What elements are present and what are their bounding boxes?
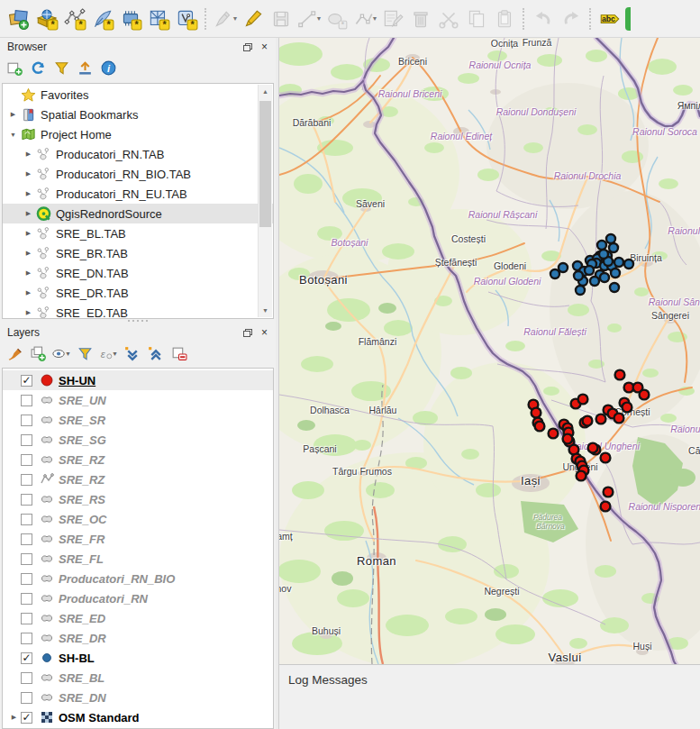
panel-splitter[interactable] (0, 319, 276, 323)
layer-checkbox[interactable] (21, 415, 32, 426)
layer-item-sre-sr[interactable]: SRE_SR (3, 410, 273, 430)
new-mesh-layer-icon[interactable]: * (116, 5, 144, 32)
scrollbar-thumb[interactable] (259, 101, 271, 227)
browser-item-qgisrednordsource[interactable]: ▶QgisRednordSource (3, 204, 273, 223)
tabgeom-icon (35, 225, 51, 241)
layer-item-osm-standard[interactable]: ▶✓OSM Standard (3, 707, 273, 727)
data-source-manager-icon[interactable] (5, 5, 32, 32)
new-shapefile-layer-icon[interactable]: * (60, 5, 88, 32)
layer-item-sh-bl[interactable]: ✓SH-BL (3, 648, 273, 668)
layer-checkbox[interactable]: ✓ (21, 375, 32, 387)
layer-checkbox[interactable] (21, 454, 32, 466)
browser-item-producatori-rn-bio-tab[interactable]: ▶Producatori_RN_BIO.TAB (3, 164, 273, 184)
layer-checkbox[interactable] (21, 672, 32, 684)
chevron-right-icon[interactable]: ▶ (22, 250, 35, 257)
toggle-editing-icon[interactable] (239, 5, 267, 32)
scroll-up-icon[interactable]: ▲ (259, 85, 272, 98)
chevron-right-icon[interactable]: ▶ (22, 309, 35, 316)
log-messages-panel[interactable]: Log Messages (279, 664, 700, 729)
browser-item-sre-bl-tab[interactable]: ▶SRE_BL.TAB (3, 223, 273, 243)
filter-browser-icon[interactable] (51, 59, 71, 78)
layers-float-button[interactable] (241, 326, 254, 339)
layer-item-producatori-rn[interactable]: Producatori_RN (3, 588, 273, 608)
chevron-right-icon[interactable]: ▶ (22, 230, 35, 237)
chevron-down-icon[interactable]: ▼ (6, 132, 20, 138)
browser-item-sre-ed-tab[interactable]: ▶SRE_ED.TAB (3, 303, 273, 319)
browser-item-producatori-rn-tab[interactable]: ▶Producatori_RN.TAB (3, 144, 273, 164)
properties-widget-icon[interactable]: i (98, 59, 118, 78)
layer-item-sre-oc[interactable]: SRE_OC (3, 509, 273, 529)
browser-item-favorites[interactable]: Favorites (3, 85, 273, 105)
browser-item-spatial-bookmarks[interactable]: ▶Spatial Bookmarks (3, 105, 273, 124)
browser-float-button[interactable] (241, 41, 254, 53)
layer-item-sre-bl[interactable]: SRE_BL (3, 668, 273, 688)
chevron-right-icon[interactable]: ▶ (22, 190, 35, 197)
expand-all-layers-icon[interactable] (122, 344, 141, 364)
layer-checkbox[interactable] (21, 593, 32, 605)
chevron-right-icon[interactable]: ▶ (6, 111, 20, 118)
layer-item-sre-dn[interactable]: SRE_DN (3, 688, 273, 707)
layer-checkbox[interactable] (21, 553, 32, 565)
chevron-right-icon[interactable]: ▶ (22, 269, 35, 277)
layer-checkbox[interactable] (21, 633, 32, 644)
label-toolbar-icon[interactable]: abc (595, 5, 623, 32)
tabgeom-icon (35, 245, 51, 261)
layer-item-sh-un[interactable]: ✓SH-UN (3, 370, 273, 390)
layer-styling-icon[interactable] (5, 344, 24, 364)
layer-checkbox[interactable] (21, 474, 32, 486)
layer-checkbox[interactable] (21, 494, 32, 506)
layer-item-sre-fr[interactable]: SRE_FR (3, 529, 273, 549)
layer-checkbox[interactable] (21, 613, 32, 624)
layer-item-producatori-rn-bio[interactable]: Producatori_RN_BIO (3, 569, 273, 588)
new-temporary-scratch-layer-icon[interactable]: * (172, 5, 200, 32)
new-geopackage-layer-icon[interactable]: * (32, 5, 60, 32)
add-selected-layers-icon[interactable] (5, 59, 24, 78)
add-feature-icon: * (323, 5, 350, 32)
layer-checkbox[interactable] (21, 573, 32, 585)
layer-checkbox[interactable] (21, 533, 32, 545)
browser-close-button[interactable]: × (258, 41, 271, 53)
chevron-right-icon[interactable]: ▶ (22, 170, 35, 178)
new-spatialite-layer-icon[interactable]: * (88, 5, 116, 32)
browser-scrollbar[interactable]: ▲ ▼ (258, 85, 272, 317)
layer-item-sre-fl[interactable]: SRE_FL (3, 549, 273, 569)
layers-close-button[interactable]: × (258, 326, 271, 339)
remove-layer-icon[interactable] (168, 344, 188, 364)
layer-item-sre-ed[interactable]: SRE_ED (3, 608, 273, 628)
filter-legend-icon[interactable] (75, 344, 95, 364)
layer-checkbox[interactable] (21, 395, 32, 406)
manage-map-themes-icon[interactable]: ▼ (51, 344, 71, 364)
collapse-all-icon[interactable] (75, 59, 95, 78)
browser-item-sre-br-tab[interactable]: ▶SRE_BR.TAB (3, 243, 273, 263)
chevron-right-icon[interactable]: ▶ (22, 210, 35, 217)
layer-checkbox[interactable]: ✓ (21, 652, 32, 664)
map-label-raion: Raionul Fălești (523, 326, 586, 337)
map-canvas[interactable]: Raionul OcnițaRaionul BriceniRaionul Don… (279, 38, 700, 664)
layer-item-sre-sg[interactable]: SRE_SG (3, 430, 273, 450)
layer-checkbox[interactable] (21, 514, 32, 525)
browser-item-sre-dn-tab[interactable]: ▶SRE_DN.TAB (3, 263, 273, 283)
layer-item-sre-rz[interactable]: SRE_RZ (3, 450, 273, 469)
layer-item-sre-dr[interactable]: SRE_DR (3, 628, 273, 648)
browser-item-producatori-rn-eu-tab[interactable]: ▶Producatori_RN_EU.TAB (3, 184, 273, 204)
collapse-all-layers-icon[interactable] (145, 344, 165, 364)
chevron-right-icon[interactable]: ▶ (7, 714, 21, 721)
chevron-right-icon[interactable]: ▶ (22, 289, 35, 296)
layer-checkbox[interactable] (21, 434, 32, 446)
filter-by-expression-icon[interactable]: ε▼ (98, 344, 118, 364)
add-group-icon[interactable] (28, 344, 48, 364)
map-label-forest: Pădurea (533, 513, 562, 522)
refresh-icon[interactable] (28, 59, 48, 78)
scroll-down-icon[interactable]: ▼ (259, 304, 272, 317)
chevron-right-icon[interactable]: ▶ (22, 150, 35, 158)
layer-checkbox[interactable] (21, 692, 32, 704)
layer-item-sre-rs[interactable]: SRE_RS (3, 489, 273, 509)
new-virtual-layer-icon[interactable]: * (144, 5, 172, 32)
layer-label: SRE_FR (59, 533, 105, 546)
clipped-toolbar-icon[interactable] (625, 7, 631, 31)
browser-item-sre-dr-tab[interactable]: ▶SRE_DR.TAB (3, 283, 273, 303)
browser-item-project-home[interactable]: ▼Project Home (3, 124, 273, 144)
layer-checkbox[interactable]: ✓ (21, 712, 32, 724)
layer-item-sre-rz[interactable]: SRE_RZ (3, 469, 273, 489)
layer-item-sre-un[interactable]: SRE_UN (3, 390, 273, 410)
